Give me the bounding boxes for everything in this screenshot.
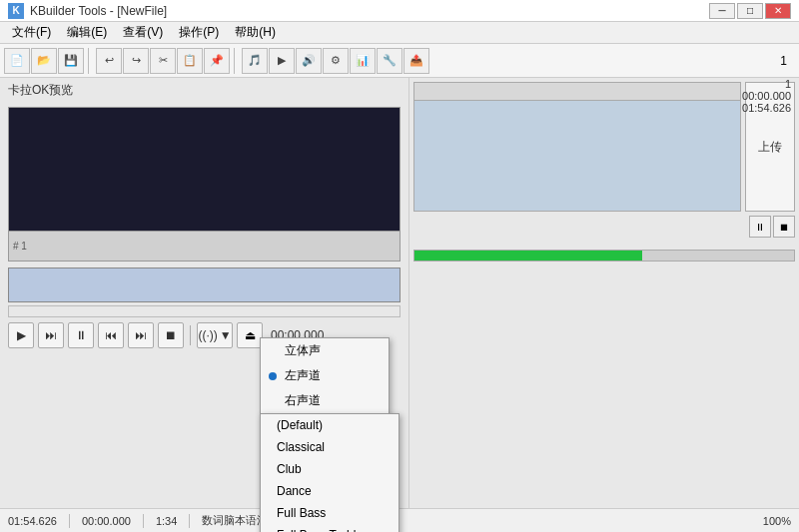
time-ruler — [414, 83, 740, 101]
sound-icon: ((·)) — [198, 328, 217, 342]
right-panel: 上传 ⏸ ⏹ — [409, 78, 799, 532]
toolbar-right-count: 1 — [780, 54, 795, 68]
status-zoom: 100% — [763, 515, 791, 527]
next-button[interactable]: ⏭ — [38, 322, 64, 348]
count-time1: 00:00.000 — [742, 90, 791, 102]
content-wrapper: 1 00:00.000 01:54.626 卡拉OK预览 # 1 ▶ ⏭ ⏸ ⏮… — [0, 78, 799, 532]
progress-track — [413, 250, 795, 262]
toolbar-btn-c[interactable]: 🔊 — [296, 48, 322, 74]
time-counter: 1 00:00.000 01:54.626 — [742, 78, 791, 114]
fast-forward-button[interactable]: ⏭ — [128, 322, 154, 348]
toolbar-btn-e[interactable]: 📊 — [350, 48, 376, 74]
toolbar-sep-2 — [234, 48, 238, 74]
preview-canvas: # 1 — [8, 107, 400, 262]
status-sep-2 — [143, 514, 144, 528]
preview-screen — [9, 108, 400, 231]
pause-button[interactable]: ⏸ — [68, 322, 94, 348]
toolbar-btn-b[interactable]: ▶ — [269, 48, 295, 74]
titlebar: K KBuilder Tools - [NewFile] ─ □ ✕ — [0, 0, 799, 22]
right-top-area: 上传 — [413, 82, 795, 212]
eq-dance[interactable]: Dance — [261, 480, 399, 502]
sound-dropdown[interactable]: ((·)) ▼ — [197, 322, 233, 348]
minimize-button[interactable]: ─ — [709, 3, 735, 19]
menu-file[interactable]: 文件(F) — [4, 22, 59, 43]
statusbar: 01:54.626 00:00.000 1:34 数词脑本语法正确! 100% — [0, 508, 799, 532]
close-button[interactable]: ✕ — [765, 3, 791, 19]
timeline-area — [413, 82, 741, 212]
progress-area — [413, 246, 795, 266]
ctx-right-channel-label: 右声道 — [285, 392, 321, 409]
radio-indicator — [269, 372, 277, 380]
right-stop-btn[interactable]: ⏹ — [773, 216, 795, 238]
toolbar-cut[interactable]: ✂ — [150, 48, 176, 74]
toolbar-save[interactable]: 💾 — [58, 48, 84, 74]
preview-track: # 1 — [9, 231, 400, 261]
track-label: # 1 — [13, 241, 27, 252]
window-controls: ─ □ ✕ — [709, 3, 791, 19]
ctx-right-channel[interactable]: 右声道 — [261, 388, 389, 413]
toolbar: 📄 📂 💾 ↩ ↪ ✂ 📋 📌 🎵 ▶ 🔊 ⚙ 📊 🔧 📤 1 — [0, 44, 799, 78]
toolbar-paste[interactable]: 📌 — [204, 48, 230, 74]
toolbar-btn-a[interactable]: 🎵 — [242, 48, 268, 74]
toolbar-group-2: ↩ ↪ ✂ 📋 📌 — [96, 48, 230, 74]
toolbar-open[interactable]: 📂 — [31, 48, 57, 74]
eq-submenu: (Default) Classical Club Dance Full Bass… — [260, 413, 400, 532]
status-sep-3 — [189, 514, 190, 528]
count-time2: 01:54.626 — [742, 102, 791, 114]
menu-edit[interactable]: 编辑(E) — [59, 22, 115, 43]
progress-fill — [414, 251, 642, 261]
status-duration: 1:34 — [156, 515, 177, 527]
toolbar-group-1: 📄 📂 💾 — [4, 48, 84, 74]
right-pause-btn[interactable]: ⏸ — [749, 216, 771, 238]
toolbar-btn-d[interactable]: ⚙ — [323, 48, 349, 74]
menu-view[interactable]: 查看(V) — [115, 22, 171, 43]
toolbar-new[interactable]: 📄 — [4, 48, 30, 74]
transport-sep — [190, 325, 191, 345]
stop-button[interactable]: ⏹ — [158, 322, 184, 348]
toolbar-btn-g[interactable]: 📤 — [403, 48, 429, 74]
count-number: 1 — [742, 78, 791, 90]
toolbar-copy[interactable]: 📋 — [177, 48, 203, 74]
status-sep-1 — [69, 514, 70, 528]
eq-club[interactable]: Club — [261, 458, 399, 480]
ctx-left-channel-label: 左声道 — [285, 367, 321, 384]
ctx-stereo[interactable]: 立体声 — [261, 338, 389, 363]
toolbar-undo[interactable]: ↩ — [96, 48, 122, 74]
toolbar-redo[interactable]: ↪ — [123, 48, 149, 74]
dropdown-arrow: ▼ — [220, 328, 232, 342]
ctx-left-channel[interactable]: 左声道 — [261, 363, 389, 388]
waveform — [8, 267, 400, 302]
eq-full-bass-treble[interactable]: Full Bass Treble — [261, 524, 399, 532]
window-title: KBuilder Tools - [NewFile] — [30, 4, 709, 18]
status-time2: 00:00.000 — [82, 515, 131, 527]
app-icon: K — [8, 3, 24, 19]
toolbar-sep-1 — [88, 48, 92, 74]
menu-operations[interactable]: 操作(P) — [171, 22, 227, 43]
menubar: 文件(F) 编辑(E) 查看(V) 操作(P) 帮助(H) — [0, 22, 799, 44]
toolbar-group-3: 🎵 ▶ 🔊 ⚙ 📊 🔧 📤 — [242, 48, 429, 74]
menu-help[interactable]: 帮助(H) — [227, 22, 284, 43]
waveform-scrollbar[interactable] — [8, 305, 400, 317]
play-button[interactable]: ▶ — [8, 322, 34, 348]
eq-classical[interactable]: Classical — [261, 436, 399, 458]
right-panel-controls: ⏸ ⏹ — [413, 216, 795, 238]
prev-button[interactable]: ⏮ — [98, 322, 124, 348]
eq-full-bass[interactable]: Full Bass — [261, 502, 399, 524]
mid-area: 卡拉OK预览 # 1 ▶ ⏭ ⏸ ⏮ ⏭ ⏹ ((·)) ▼ — [0, 78, 799, 532]
eq-default[interactable]: (Default) — [261, 414, 399, 436]
toolbar-btn-f[interactable]: 🔧 — [377, 48, 402, 74]
ctx-stereo-label: 立体声 — [285, 342, 321, 359]
maximize-button[interactable]: □ — [737, 3, 763, 19]
status-time1: 01:54.626 — [8, 515, 57, 527]
preview-label: 卡拉OK预览 — [0, 78, 408, 103]
